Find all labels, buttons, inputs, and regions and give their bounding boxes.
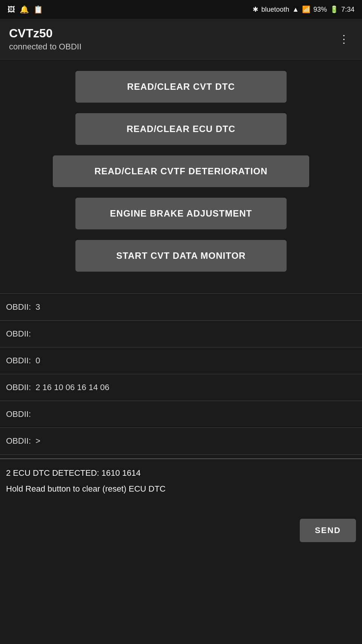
dtc-detected-message: 2 ECU DTC DETECTED: 1610 1614 [6, 468, 356, 478]
read-clear-cvtf-deterioration-button[interactable]: READ/CLEAR CVTF DETERIORATION [53, 155, 309, 187]
status-bar-right: ✱ bluetooth ▲ 📶 93% 🔋 7:34 [253, 5, 354, 14]
bluetooth-icon: ✱ [253, 5, 258, 14]
read-clear-cvt-dtc-button[interactable]: READ/CLEAR CVT DTC [75, 71, 287, 103]
log-row-4: OBDII: 2 16 10 06 16 14 06 [0, 374, 362, 401]
signal-icon: ▲ [292, 6, 299, 14]
start-cvt-data-monitor-button[interactable]: START CVT DATA MONITOR [75, 240, 287, 272]
log-label-5: OBDII: [6, 409, 31, 419]
send-button[interactable]: SEND [300, 519, 356, 542]
app-title: CVTz50 [9, 26, 81, 40]
main-content: READ/CLEAR CVT DTC READ/CLEAR ECU DTC RE… [0, 60, 362, 290]
hold-read-message: Hold Read button to clear (reset) ECU DT… [6, 484, 356, 494]
log-row-3: OBDII: 0 [0, 347, 362, 374]
read-clear-ecu-dtc-button[interactable]: READ/CLEAR ECU DTC [75, 113, 287, 145]
log-label-1: OBDII: 3 [6, 302, 40, 312]
app-header: CVTz50 connected to OBDII ⋮ [0, 19, 362, 60]
log-label-2: OBDII: [6, 329, 31, 338]
log-row-2: OBDII: [0, 321, 362, 347]
signal-bars: 📶 [302, 5, 310, 14]
status-bar-left: 🖼 🔔 📋 [8, 5, 43, 14]
battery-percent: 93% [313, 6, 327, 14]
battery-icon: 🔋 [330, 5, 338, 14]
network-type: bluetooth [261, 6, 289, 14]
gallery-icon: 🖼 [8, 5, 15, 14]
bottom-bar: SEND [0, 513, 362, 550]
log-row-1: OBDII: 3 [0, 294, 362, 321]
status-bar: 🖼 🔔 📋 ✱ bluetooth ▲ 📶 93% 🔋 7:34 [0, 0, 362, 19]
notification-icon: 🔔 [20, 5, 29, 14]
message-area: 2 ECU DTC DETECTED: 1610 1614 Hold Read … [0, 458, 362, 509]
log-label-4: OBDII: 2 16 10 06 16 14 06 [6, 383, 109, 392]
app-subtitle: connected to OBDII [9, 42, 81, 52]
clipboard-icon: 📋 [34, 5, 43, 14]
log-area: OBDII: 3 OBDII: OBDII: 0 OBDII: 2 16 10 … [0, 294, 362, 455]
log-row-6: OBDII: > [0, 428, 362, 455]
log-label-6: OBDII: > [6, 436, 40, 446]
engine-brake-adjustment-button[interactable]: ENGINE BRAKE ADJUSTMENT [75, 198, 287, 229]
log-label-3: OBDII: 0 [6, 356, 40, 365]
log-row-5: OBDII: [0, 401, 362, 428]
more-menu-button[interactable]: ⋮ [336, 30, 353, 48]
header-title-area: CVTz50 connected to OBDII [9, 26, 81, 52]
clock: 7:34 [341, 6, 354, 14]
